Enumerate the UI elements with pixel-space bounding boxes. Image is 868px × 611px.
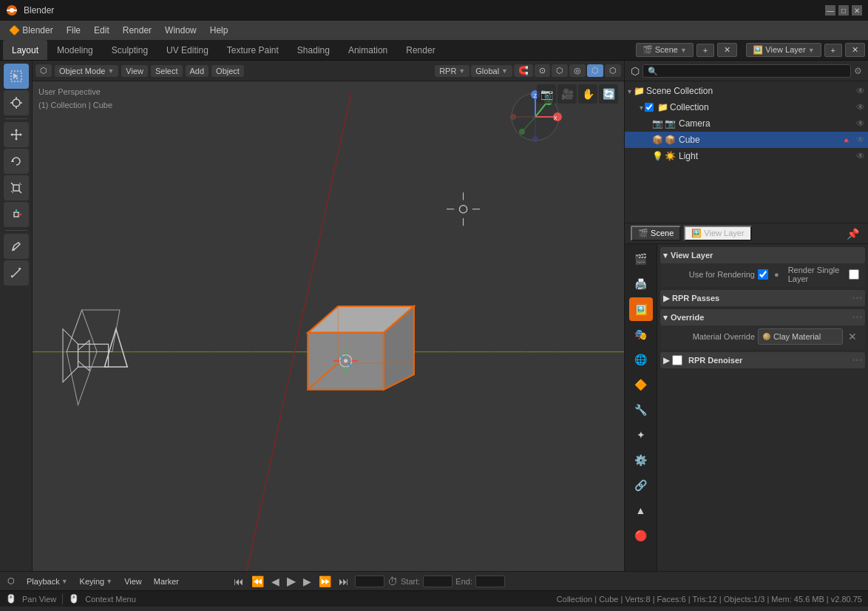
- outliner-collection[interactable]: ▾ 📁 Collection 👁: [625, 99, 868, 115]
- end-frame-input[interactable]: 250: [475, 575, 505, 587]
- outliner-light[interactable]: 💡 ☀️ Light 👁: [625, 148, 868, 164]
- view-layer-prop-tab[interactable]: 🖼️ View Layer: [684, 226, 751, 241]
- timeline-view-button[interactable]: View: [120, 575, 146, 587]
- object-props-icon[interactable]: 🔶: [629, 373, 653, 396]
- collection-visibility-icon[interactable]: 👁: [856, 102, 865, 112]
- scene-selector-button[interactable]: 🎬 Scene ▼: [636, 43, 694, 57]
- render-props-icon[interactable]: 🎬: [629, 247, 653, 271]
- camera-visibility-icon[interactable]: 👁: [856, 118, 865, 129]
- scene-prop-tab[interactable]: 🎬 Scene: [631, 226, 681, 241]
- transform-tool-button[interactable]: [4, 202, 29, 227]
- rpr-passes-section-header[interactable]: ▶ RPR Passes ⋯: [660, 290, 865, 306]
- constraints-props-icon[interactable]: 🔗: [629, 473, 653, 497]
- tab-uv-editing[interactable]: UV Editing: [157, 40, 217, 60]
- rotate-tool-button[interactable]: [4, 149, 29, 174]
- jump-start-button[interactable]: ⏮: [231, 574, 247, 589]
- physics-props-icon[interactable]: ⚙️: [629, 448, 653, 472]
- current-frame-input[interactable]: 1: [355, 575, 384, 587]
- tab-layout[interactable]: Layout: [3, 40, 47, 60]
- material-props-icon[interactable]: 🔴: [629, 524, 653, 547]
- shading-mode-button[interactable]: RPR ▼: [435, 65, 469, 77]
- world-props-icon[interactable]: 🌐: [629, 348, 653, 371]
- outliner-camera[interactable]: 📷 📷 Camera 👁: [625, 115, 868, 132]
- tab-modeling[interactable]: Modeling: [48, 40, 102, 60]
- annotate-tool-button[interactable]: [4, 234, 29, 259]
- particles-props-icon[interactable]: ✦: [629, 423, 653, 447]
- play-button[interactable]: ▶: [284, 573, 299, 590]
- menu-file[interactable]: File: [61, 24, 87, 37]
- close-button[interactable]: ✕: [852, 5, 862, 16]
- cube-visibility-icon[interactable]: 👁: [856, 135, 865, 145]
- pin-button[interactable]: 📌: [844, 226, 862, 241]
- xray-button[interactable]: ◎: [569, 64, 586, 77]
- add-menu-button[interactable]: Add: [186, 65, 209, 77]
- marker-menu-button[interactable]: Marker: [149, 575, 183, 587]
- minimize-button[interactable]: —: [825, 5, 835, 16]
- cursor-tool-button[interactable]: [4, 90, 29, 115]
- override-section-header[interactable]: ▾ Override ⋯: [660, 309, 865, 325]
- view-layer-section-header[interactable]: ▾ View Layer: [660, 247, 865, 263]
- object-menu-button[interactable]: Object: [211, 65, 244, 77]
- viewport-render-button[interactable]: 🎥: [557, 84, 577, 104]
- editor-type-button[interactable]: ⬡: [35, 64, 52, 77]
- prev-frame-button[interactable]: ◀: [268, 574, 282, 589]
- modifier-props-icon[interactable]: 🔧: [629, 398, 653, 422]
- use-for-rendering-checkbox[interactable]: [758, 269, 768, 280]
- prev-keyframe-button[interactable]: ⏪: [248, 574, 267, 589]
- light-visibility-icon[interactable]: 👁: [856, 151, 865, 161]
- data-props-icon[interactable]: ▲: [629, 499, 653, 522]
- playback-mode-button[interactable]: ⬡: [3, 575, 19, 587]
- material-override-selector[interactable]: Clay Material: [758, 328, 843, 345]
- orbit-tool-button[interactable]: 🔄: [599, 84, 618, 104]
- output-props-icon[interactable]: 🖨️: [629, 272, 653, 296]
- add-scene-button[interactable]: +: [696, 44, 714, 57]
- tab-sculpting[interactable]: Sculpting: [103, 40, 157, 60]
- overlay-button[interactable]: ⬡: [552, 64, 568, 77]
- render-single-layer-checkbox[interactable]: [849, 269, 859, 280]
- outliner-search-input[interactable]: [642, 64, 851, 78]
- outliner-filter-button[interactable]: ⚙: [854, 66, 862, 76]
- shading-solid-button[interactable]: ⬡: [587, 64, 603, 77]
- scene-props-icon[interactable]: 🎭: [629, 323, 653, 346]
- playback-menu-button[interactable]: Playback ▼: [22, 575, 72, 587]
- material-override-clear-button[interactable]: ✕: [846, 330, 859, 343]
- remove-scene-button[interactable]: ✕: [717, 43, 737, 57]
- menu-window[interactable]: Window: [159, 24, 203, 37]
- start-frame-input[interactable]: 1: [423, 575, 452, 587]
- camera-view-button[interactable]: 📷: [537, 84, 556, 104]
- view-layer-props-icon[interactable]: 🖼️: [629, 297, 653, 321]
- tab-render[interactable]: Render: [397, 40, 444, 60]
- menu-render[interactable]: Render: [117, 24, 157, 37]
- rpr-denoiser-section-header[interactable]: ▶ RPR Denoiser ⋯: [660, 352, 865, 368]
- next-keyframe-button[interactable]: ⏩: [316, 574, 334, 589]
- tab-animation[interactable]: Animation: [339, 40, 396, 60]
- next-frame-button[interactable]: ▶: [300, 574, 314, 589]
- tab-texture-paint[interactable]: Texture Paint: [218, 40, 288, 60]
- menu-edit[interactable]: Edit: [88, 24, 115, 37]
- object-mode-button[interactable]: Object Mode ▼: [55, 65, 118, 77]
- outliner-cube[interactable]: 📦 📦 Cube 🔺 👁: [625, 132, 868, 148]
- proportional-edit-button[interactable]: ⊙: [535, 64, 550, 77]
- menu-help[interactable]: Help: [204, 24, 234, 37]
- shading-render-button[interactable]: ⬡: [605, 64, 621, 77]
- transform-orientation-button[interactable]: Global ▼: [471, 65, 512, 77]
- viewport[interactable]: ⬡ Object Mode ▼ View Select Add Object R…: [33, 61, 624, 571]
- remove-view-layer-button[interactable]: ✕: [845, 43, 865, 57]
- collection-checkbox[interactable]: [645, 103, 654, 112]
- select-tool-button[interactable]: [4, 64, 29, 89]
- scale-tool-button[interactable]: [4, 175, 29, 200]
- grab-tool-button[interactable]: ✋: [578, 84, 597, 104]
- maximize-button[interactable]: □: [838, 5, 849, 16]
- tab-shading[interactable]: Shading: [288, 40, 339, 60]
- measure-tool-button[interactable]: [4, 260, 29, 286]
- rpr-denoiser-checkbox[interactable]: [672, 355, 682, 365]
- jump-end-button[interactable]: ⏭: [336, 574, 352, 589]
- view-menu-button[interactable]: View: [121, 65, 148, 77]
- move-tool-button[interactable]: [4, 122, 29, 147]
- scene-collection-visibility-icon[interactable]: 👁: [856, 86, 865, 96]
- menu-blender[interactable]: 🔶 Blender: [3, 24, 59, 37]
- keying-menu-button[interactable]: Keying ▼: [75, 575, 118, 587]
- add-view-layer-button[interactable]: +: [824, 44, 842, 57]
- view-layer-button[interactable]: 🖼️ View Layer ▼: [746, 43, 821, 57]
- snap-button[interactable]: 🧲: [514, 64, 533, 77]
